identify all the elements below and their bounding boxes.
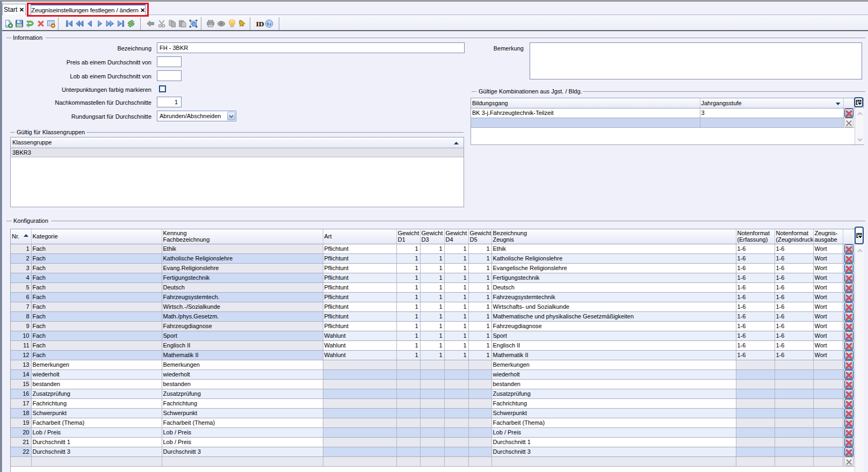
svg-text:?: ? [267, 21, 271, 27]
